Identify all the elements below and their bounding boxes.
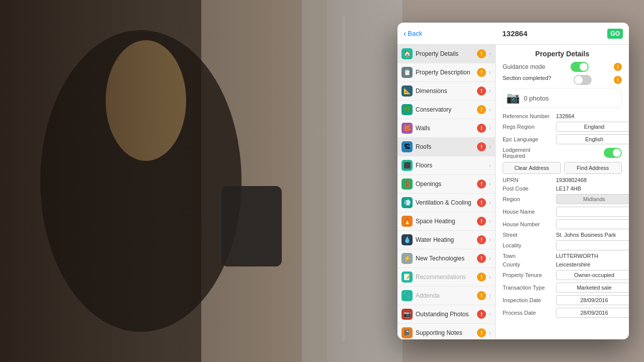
- status-badge-recommendations: !: [477, 273, 486, 282]
- inspection-date-row: Inspection Date: [503, 295, 622, 305]
- section-completed-info-icon[interactable]: i: [614, 76, 622, 84]
- property-tenure-row: Property Tenure: [503, 270, 622, 280]
- epc-language-label: Epc Language: [503, 136, 553, 142]
- nav-item-water-heating[interactable]: 💧Water Heating!›: [397, 231, 495, 249]
- transaction-type-input[interactable]: [556, 283, 629, 293]
- nav-item-recommendations[interactable]: 📝Recommendations!›: [397, 268, 495, 287]
- nav-icon-addenda: 📎: [401, 290, 413, 301]
- nav-item-ventilation-cooling[interactable]: 💨Ventilation & Cooling!›: [397, 194, 495, 212]
- property-tenure-label: Property Tenure: [503, 272, 553, 278]
- nav-chevron-floors: ›: [489, 162, 491, 169]
- status-badge-new-technologies: !: [477, 254, 486, 263]
- svg-rect-1: [0, 0, 201, 362]
- lodgement-required-toggle[interactable]: [604, 148, 622, 158]
- nav-chevron-recommendations: ›: [489, 274, 491, 281]
- nav-item-conservatory[interactable]: 🌿Conservatory!›: [397, 101, 495, 119]
- process-date-input[interactable]: [556, 308, 629, 318]
- nav-chevron-property-details: ›: [489, 50, 491, 57]
- lodgement-required-label: Lodgement Required: [503, 147, 553, 159]
- guidance-mode-toggle[interactable]: [571, 62, 589, 72]
- nav-label-floors: Floors: [416, 162, 486, 169]
- nav-item-roofs[interactable]: 🏗Roofs!›: [397, 138, 495, 156]
- status-badge-walls: !: [477, 124, 486, 133]
- status-badge-openings: !: [477, 179, 486, 189]
- status-badge-outstanding-photos: !: [477, 310, 486, 319]
- go-logo: GO: [607, 29, 623, 39]
- nav-chevron-roofs: ›: [489, 143, 491, 150]
- nav-label-outstanding-photos: Outstanding Photos: [416, 311, 474, 318]
- nav-item-property-details[interactable]: 🏠Property Details!›: [397, 45, 495, 63]
- nav-item-dimensions[interactable]: 📐Dimensions!›: [397, 82, 495, 101]
- nav-item-walls[interactable]: 🧱Walls!›: [397, 119, 495, 138]
- clear-address-button[interactable]: Clear Address: [503, 162, 561, 174]
- nav-item-property-description[interactable]: 📋Property Description!›: [397, 63, 495, 82]
- back-button[interactable]: ‹ Back: [404, 29, 422, 38]
- regs-region-input[interactable]: [556, 122, 629, 132]
- nav-chevron-property-description: ›: [489, 69, 491, 76]
- town-value: LUTTERWORTH: [556, 253, 622, 259]
- reference-number-label: Reference Number: [503, 113, 553, 119]
- regs-region-label: Regs Region: [503, 124, 553, 130]
- nav-label-property-description: Property Description: [416, 69, 474, 76]
- nav-icon-ventilation-cooling: 💨: [401, 197, 413, 208]
- county-value: Leicestershire: [556, 261, 622, 267]
- nav-chevron-space-heating: ›: [489, 218, 491, 225]
- nav-chevron-new-technologies: ›: [489, 255, 491, 262]
- nav-chevron-supporting-notes: ›: [489, 329, 491, 336]
- region-input[interactable]: [556, 194, 629, 204]
- nav-icon-openings: 🚪: [401, 178, 413, 190]
- nav-label-ventilation-cooling: Ventilation & Cooling: [416, 199, 474, 206]
- nav-item-addenda[interactable]: 📎Addenda!›: [397, 287, 495, 305]
- nav-item-supporting-notes[interactable]: 📓Supporting Notes!›: [397, 324, 495, 339]
- nav-chevron-walls: ›: [489, 125, 491, 132]
- epc-language-row: Epc Language: [503, 134, 622, 144]
- section-completed-row: Section completed? i: [503, 75, 622, 85]
- house-number-input[interactable]: [556, 219, 629, 229]
- locality-input[interactable]: [556, 240, 629, 250]
- camera-icon: 📷: [506, 92, 520, 105]
- lodgement-row: Lodgement Required: [503, 147, 622, 159]
- county-label: County: [503, 261, 553, 267]
- nav-item-new-technologies[interactable]: ⚡New Technologies!›: [397, 249, 495, 268]
- svg-point-5: [40, 30, 242, 332]
- reference-number-row: Reference Number 132864: [503, 113, 622, 119]
- svg-rect-7: [221, 186, 282, 266]
- nav-item-outstanding-photos[interactable]: 📷Outstanding Photos!›: [397, 305, 495, 324]
- svg-rect-4: [342, 15, 345, 342]
- nav-label-conservatory: Conservatory: [416, 106, 474, 113]
- photos-row[interactable]: 📷 0 photos: [503, 88, 622, 108]
- transaction-type-label: Transaction Type: [503, 285, 553, 291]
- locality-row: Locality: [503, 240, 622, 250]
- guidance-info-icon[interactable]: i: [614, 63, 622, 71]
- inspection-date-label: Inspection Date: [503, 297, 553, 303]
- nav-chevron-conservatory: ›: [489, 106, 491, 113]
- find-address-button[interactable]: Find Address: [564, 162, 622, 174]
- app-overlay: ‹ Back 132864 GO 🏠Property Details!›📋Pro…: [397, 23, 629, 339]
- nav-icon-roofs: 🏗: [401, 141, 413, 152]
- svg-rect-3: [302, 0, 403, 362]
- epc-language-input[interactable]: [556, 134, 629, 144]
- status-badge-conservatory: !: [477, 105, 486, 114]
- nav-chevron-addenda: ›: [489, 292, 491, 299]
- property-tenure-input[interactable]: [556, 270, 629, 280]
- nav-chevron-ventilation-cooling: ›: [489, 199, 491, 206]
- transaction-type-row: Transaction Type: [503, 283, 622, 293]
- status-badge-roofs: !: [477, 142, 486, 151]
- house-name-input[interactable]: [556, 207, 629, 217]
- locality-label: Locality: [503, 242, 553, 248]
- nav-item-openings[interactable]: 🚪Openings!›: [397, 175, 495, 194]
- photos-count: 0 photos: [524, 95, 549, 102]
- nav-icon-water-heating: 💧: [401, 234, 413, 245]
- uprn-row: UPRN 1930802468: [503, 177, 622, 183]
- street-value: St. Johns Business Park: [556, 232, 622, 238]
- nav-item-floors[interactable]: ⬛Floors›: [397, 156, 495, 175]
- section-completed-toggle[interactable]: [574, 75, 592, 85]
- status-badge-water-heating: !: [477, 235, 486, 244]
- nav-label-property-details: Property Details: [416, 50, 474, 57]
- nav-item-space-heating[interactable]: 🔥Space Heating!›: [397, 212, 495, 231]
- nav-label-space-heating: Space Heating: [416, 218, 474, 225]
- nav-label-roofs: Roofs: [416, 143, 474, 150]
- nav-chevron-openings: ›: [489, 180, 491, 188]
- inspection-date-input[interactable]: [556, 295, 629, 305]
- nav-label-addenda: Addenda: [416, 292, 474, 299]
